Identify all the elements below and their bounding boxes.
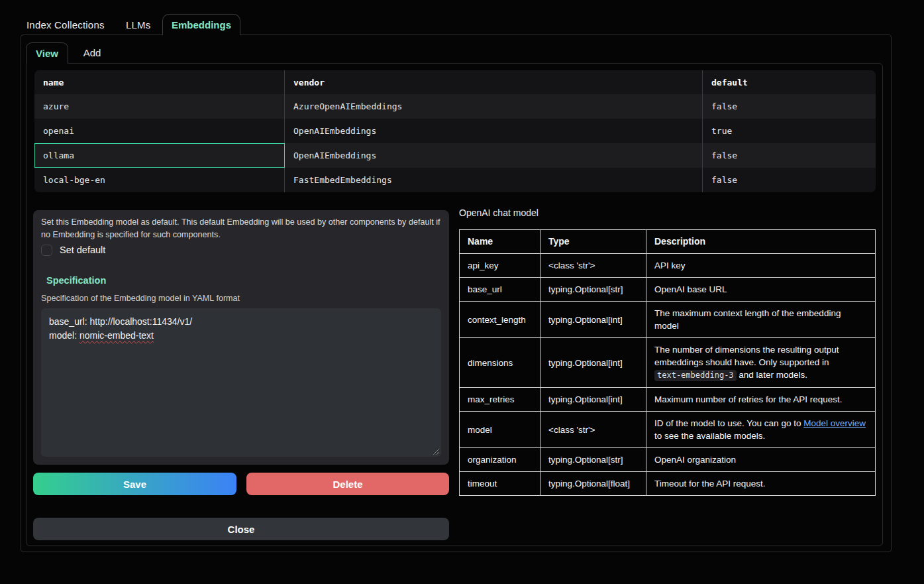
schema-row-timeout: timeout typing.Optional[float] Timeout f… [460,472,876,496]
cell-vendor[interactable]: OpenAIEmbeddings [285,119,703,143]
schema-desc: ID of the model to use. You can go to Mo… [646,412,876,448]
schema-row-context-length: context_length typing.Optional[int] The … [460,302,876,338]
tab-embeddings[interactable]: Embeddings [162,14,240,35]
table-row-azure[interactable]: azure AzureOpenAIEmbeddings false [34,94,876,119]
inline-code: text-embedding-3 [654,370,737,381]
save-button[interactable]: Save [33,473,236,495]
embeddings-table-header: name vendor default [34,70,876,94]
schema-name: model [460,412,540,448]
misspelled-word: nomic-embed-text [79,330,154,341]
specification-heading: Specification [46,275,106,286]
set-default-checkbox[interactable] [41,245,52,256]
schema-name: base_url [460,278,540,302]
cell-vendor[interactable]: AzureOpenAIEmbeddings [285,94,703,119]
schema-name: organization [460,448,540,472]
view-tab-panel: name vendor default azure AzureOpenAIEmb… [26,63,883,546]
schema-name: timeout [460,472,540,496]
schema-desc: The maximum context length of the embedd… [646,302,876,338]
subtab-view[interactable]: View [26,42,68,64]
yaml-spec-textarea[interactable]: base_url: http://localhost:11434/v1/ mod… [41,308,441,457]
set-default-checkbox-row[interactable]: Set default [41,243,105,257]
schema-row-base-url: base_url typing.Optional[str] OpenAI bas… [460,278,876,302]
column-header-vendor[interactable]: vendor [285,70,703,94]
table-row-ollama-selected[interactable]: ollama OpenAIEmbeddings false [34,143,876,168]
set-default-label: Set default [60,245,105,255]
schema-row-api-key: api_key <class 'str'> API key [460,254,876,278]
cell-default[interactable]: false [703,143,876,168]
schema-type: typing.Optional[float] [540,472,646,496]
schema-desc: API key [646,254,876,278]
yaml-line-1: base_url: http://localhost:11434/v1/ [49,315,433,329]
cell-default[interactable]: false [703,94,876,119]
schema-type: <class 'str'> [540,412,646,448]
cell-default[interactable]: false [703,168,876,192]
schema-type: typing.Optional[str] [540,448,646,472]
schema-row-model: model <class 'str'> ID of the model to u… [460,412,876,448]
specification-caption: Specification of the Embedding model in … [41,294,240,303]
schema-name: api_key [460,254,540,278]
schema-type: typing.Optional[int] [540,302,646,338]
schema-desc: Maximum number of retries for the API re… [646,388,876,412]
schema-row-max-retries: max_retries typing.Optional[int] Maximum… [460,388,876,412]
embeddings-panel: View Add name vendor default azure Azure… [21,34,892,552]
schema-header-row: Name Type Description [460,230,876,254]
close-button[interactable]: Close [33,518,449,540]
schema-desc: OpenAI base URL [646,278,876,302]
model-overview-link[interactable]: Model overview [803,418,866,428]
schema-col-type: Type [540,230,646,254]
schema-table: Name Type Description api_key <class 'st… [459,229,876,496]
default-hint-text: Set this Embedding model as default. Thi… [41,216,444,241]
schema-type: typing.Optional[int] [540,338,646,388]
main-tab-bar: Index Collections LLMs Embeddings [0,0,924,35]
schema-type: typing.Optional[str] [540,278,646,302]
cell-name[interactable]: openai [34,119,285,143]
resize-handle-icon[interactable] [432,447,439,455]
schema-row-organization: organization typing.Optional[str] OpenAI… [460,448,876,472]
subtab-view-label: View [36,48,58,59]
cell-vendor[interactable]: FastEmbedEmbeddings [285,168,703,192]
schema-type: <class 'str'> [540,254,646,278]
schema-name: max_retries [460,388,540,412]
cell-name-selected[interactable]: ollama [34,143,285,168]
cell-default[interactable]: true [703,119,876,143]
cell-vendor[interactable]: OpenAIEmbeddings [285,143,703,168]
tab-embeddings-label: Embeddings [172,19,231,30]
column-header-name[interactable]: name [34,70,285,94]
table-row-openai[interactable]: openai OpenAIEmbeddings true [34,119,876,143]
schema-col-name: Name [460,230,540,254]
schema-desc: OpenAI organization [646,448,876,472]
schema-desc: Timeout for the API request. [646,472,876,496]
tab-llms[interactable]: LLMs [126,15,150,35]
yaml-line-2: model: nomic-embed-text [49,329,433,343]
cell-name[interactable]: local-bge-en [34,168,285,192]
schema-row-dimensions: dimensions typing.Optional[int] The numb… [460,338,876,388]
column-header-default[interactable]: default [703,70,876,94]
table-row-local-bge-en[interactable]: local-bge-en FastEmbedEmbeddings false [34,168,876,192]
schema-name: context_length [460,302,540,338]
delete-button[interactable]: Delete [246,473,449,495]
cell-name[interactable]: azure [34,94,285,119]
schema-desc: The number of dimensions the resulting o… [646,338,876,388]
embeddings-table: name vendor default azure AzureOpenAIEmb… [34,70,876,192]
tab-index-collections[interactable]: Index Collections [26,15,105,35]
schema-type: typing.Optional[int] [540,388,646,412]
subtab-add-label: Add [83,47,101,58]
schema-panel-title: OpenAI chat model [459,207,539,218]
schema-name: dimensions [460,338,540,388]
subtab-add[interactable]: Add [74,42,111,62]
embedding-detail-panel: Set this Embedding model as default. Thi… [33,210,449,465]
schema-col-description: Description [646,230,876,254]
